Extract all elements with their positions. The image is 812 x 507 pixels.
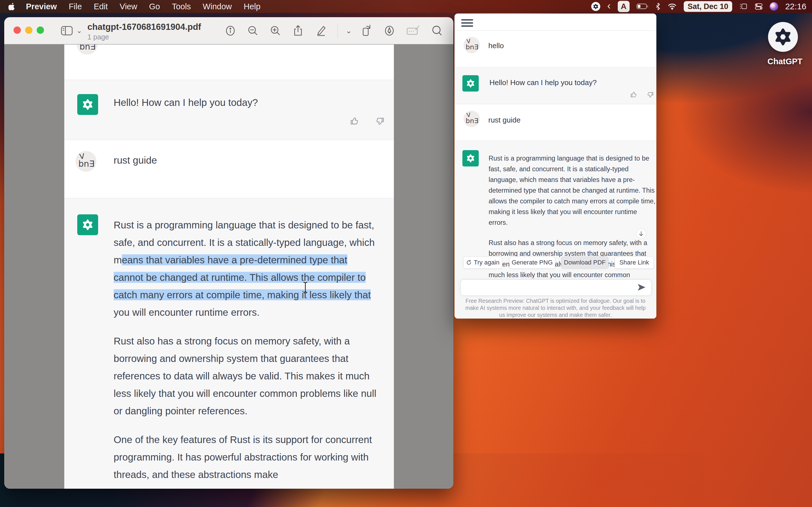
sidebar-icon (60, 25, 73, 37)
chat-message-input[interactable] (460, 279, 652, 296)
pdf-row-user-prompt: rust guide (64, 140, 394, 198)
chatgpt-window: hello Hello! How can I help you today? r… (455, 13, 656, 319)
pdf-row-assistant-greeting: Hello! How can I help you today? (64, 80, 394, 140)
assistant-greeting-text: Hello! How can I help you today? (114, 97, 258, 108)
form-fill-button[interactable] (406, 24, 421, 37)
close-button[interactable] (13, 26, 21, 34)
pdf-row-user-partial (64, 45, 394, 80)
menu-item-help[interactable]: Help (238, 2, 266, 11)
generate-png-button[interactable]: Generate PNG (509, 256, 555, 269)
menu-item-edit[interactable]: Edit (88, 2, 114, 11)
bluetooth-icon[interactable] (656, 3, 661, 10)
thumbs-down-icon (375, 116, 385, 126)
preview-window: ⌄ chatgpt-1670681691904.pdf 1 page (4, 17, 453, 489)
chatgpt-avatar-icon (462, 75, 479, 92)
apple-menu-icon[interactable] (8, 2, 15, 11)
pdf-page[interactable]: Hello! How can I help you today? rust gu… (64, 45, 394, 489)
preview-titlebar[interactable]: ⌄ chatgpt-1670681691904.pdf 1 page (4, 17, 453, 44)
refresh-icon (466, 260, 472, 265)
chat-row-assistant1: Hello! How can I help you today? (455, 68, 656, 104)
menu-item-window[interactable]: Window (197, 2, 238, 11)
siri-icon[interactable] (770, 2, 778, 11)
search-button[interactable] (431, 24, 443, 37)
menu-item-preview[interactable]: Preview (20, 2, 63, 11)
menu-item-file[interactable]: File (63, 2, 88, 11)
minimize-button[interactable] (25, 26, 33, 34)
markup-dropdown-chevron[interactable]: ⌄ (346, 26, 352, 35)
battery-icon[interactable] (637, 3, 649, 10)
menu-item-tools[interactable]: Tools (166, 2, 197, 11)
wifi-icon[interactable] (668, 3, 677, 10)
menu-bar: Preview File Edit View Go Tools Window H… (0, 0, 812, 13)
zoom-in-button[interactable] (269, 24, 282, 37)
user-avatar (75, 151, 96, 172)
download-pdf-button[interactable]: Download PDF (561, 256, 608, 269)
chat-row-user2: rust guide (455, 104, 656, 141)
chatgpt-app-icon (768, 22, 798, 52)
annotate-button[interactable] (383, 24, 396, 37)
menu-bar-clock[interactable]: 22:16 (785, 2, 806, 11)
thumbs-up-icon (350, 116, 360, 126)
screen-mirroring-icon[interactable] (739, 3, 748, 10)
control-center-icon[interactable] (755, 3, 763, 10)
sidebar-toggle-button[interactable]: ⌄ (60, 25, 82, 37)
share-link-button[interactable]: Share Link (615, 256, 654, 269)
text-cursor (303, 281, 308, 293)
response-actions: Try again Generate PNG Download PDF Shar… (455, 256, 656, 269)
user-message: hello (488, 41, 504, 50)
pdf-response-paragraph-2: Rust also has a strong focus on memory s… (114, 332, 378, 420)
pdf-content-area[interactable]: Hello! How can I help you today? rust gu… (4, 45, 453, 489)
inspector-button[interactable] (224, 24, 237, 37)
chatgpt-topbar (455, 13, 656, 31)
chatgpt-icon-label: ChatGPT (767, 57, 799, 66)
document-title: chatgpt-1670681691904.pdf (87, 22, 201, 32)
assistant-message: Hello! How can I help you today? (490, 78, 597, 87)
user-avatar (463, 111, 480, 127)
chat-row-user1: hello (455, 31, 656, 68)
document-title-block: chatgpt-1670681691904.pdf 1 page (87, 22, 201, 41)
toolbar-divider (338, 23, 338, 38)
notch-chevron-icon[interactable]: ‹ (607, 1, 611, 11)
try-again-button[interactable]: Try again (463, 256, 502, 269)
selected-text: eans that variables have a pre-determine… (114, 255, 371, 300)
pdf-response-paragraph-3: One of the key features of Rust is its s… (114, 431, 378, 483)
markup-button[interactable] (314, 24, 327, 37)
traffic-lights (13, 26, 44, 34)
menu-item-go[interactable]: Go (143, 2, 166, 11)
menu-item-view[interactable]: View (114, 2, 143, 11)
user-message: rust guide (488, 116, 520, 124)
rotate-button[interactable] (360, 24, 373, 37)
scroll-to-bottom-button[interactable] (636, 229, 646, 239)
chat-input-area: Free Research Preview: ChatGPT is optimi… (455, 278, 656, 319)
document-page-count: 1 page (87, 33, 201, 41)
zoom-out-button[interactable] (247, 24, 259, 37)
zoom-button[interactable] (37, 26, 44, 34)
pdf-response-paragraph-1: Rust is a programming language that is d… (114, 216, 378, 321)
user-avatar (77, 45, 98, 55)
menu-hamburger-icon[interactable] (461, 19, 473, 29)
chat-response-paragraph-1: Rust is a programming language that is d… (489, 153, 656, 228)
thumbs-down-icon[interactable] (646, 91, 654, 99)
chat-response-text: Rust is a programming language that is d… (489, 153, 656, 291)
chatgpt-desktop-icon[interactable]: ChatGPT (767, 22, 799, 66)
chatgpt-avatar-icon (77, 94, 98, 115)
send-icon[interactable] (637, 283, 646, 291)
chatgpt-avatar-icon (462, 150, 479, 166)
input-source-indicator[interactable]: A (618, 1, 629, 12)
pdf-row-assistant-response: Rust is a programming language that is d… (64, 198, 394, 489)
menu-bar-status-area: ‹ A (591, 0, 806, 13)
sidebar-chevron-icon: ⌄ (77, 27, 82, 35)
menu-bar-date[interactable]: Sat, Dec 10 (684, 1, 732, 12)
user-prompt-text: rust guide (114, 155, 157, 166)
user-avatar (463, 37, 480, 53)
share-button[interactable] (292, 24, 304, 37)
thumbs-up-icon[interactable] (630, 91, 638, 99)
chatgpt-disclaimer: Free Research Preview: ChatGPT is optimi… (463, 297, 648, 319)
chatgpt-avatar-icon (77, 214, 98, 235)
pdf-response-text[interactable]: Rust is a programming language that is d… (114, 216, 378, 483)
chatgpt-status-icon[interactable] (591, 2, 600, 11)
